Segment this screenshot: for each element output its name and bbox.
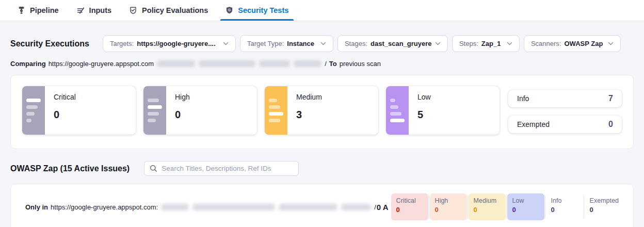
severity-count: 0 [608, 120, 613, 129]
severity-label: Medium [296, 93, 322, 101]
search-input[interactable] [162, 165, 293, 172]
dropdown-value: dast_scan_gruyere [371, 40, 432, 47]
pill-value: 0 [435, 206, 462, 214]
steps-dropdown[interactable]: Steps: Zap_1 [452, 35, 520, 52]
severity-count: 5 [417, 109, 431, 121]
medium-pill: Medium 0 [469, 193, 506, 220]
tab-policy-evaluations[interactable]: Policy Evaluations [126, 0, 211, 21]
issue-url: https://google-gruyere.appspot.com: [51, 203, 158, 211]
top-nav: Pipeline Inputs Policy Evaluations [0, 0, 644, 21]
page-title: Security Executions [10, 39, 89, 48]
severity-label: High [175, 93, 190, 101]
active-issue-count: 0 A [377, 203, 389, 212]
chevron-down-icon [223, 42, 229, 45]
severity-label: Info [517, 94, 529, 103]
dropdown-label: Target Type: [247, 40, 284, 47]
pill-value: 0 [396, 206, 423, 214]
tab-label: Inputs [89, 6, 112, 14]
dropdown-label: Steps: [459, 40, 478, 47]
tab-security-tests[interactable]: Security Tests [222, 0, 292, 21]
dropdown-value: Instance [287, 40, 314, 47]
security-tests-icon [226, 6, 233, 14]
redacted-text [157, 60, 195, 67]
severity-count: 0 [54, 109, 76, 121]
high-pill: High 0 [430, 193, 467, 220]
issues-section-title: OWASP Zap (15 Active Issues) [10, 164, 130, 173]
severity-label: Low [417, 93, 431, 101]
severity-count: 7 [608, 94, 613, 103]
issues-search[interactable] [144, 161, 299, 176]
redacted-text [260, 60, 289, 67]
low-card[interactable]: Low 5 [386, 86, 500, 135]
chevron-down-icon [435, 42, 441, 45]
chevron-down-icon [608, 42, 614, 45]
dropdown-label: Stages: [345, 40, 367, 47]
redacted-text [193, 204, 275, 210]
stages-dropdown[interactable]: Stages: dast_scan_gruyere [337, 35, 448, 52]
pill-value: 0 [590, 206, 617, 214]
severity-label: Critical [54, 93, 76, 101]
pipeline-icon [18, 6, 25, 14]
tab-pipeline[interactable]: Pipeline [14, 0, 62, 21]
pill-value: 0 [551, 206, 578, 214]
pill-label: Low [512, 197, 539, 204]
exempted-card[interactable]: Exempted 0 [508, 116, 622, 133]
divider [545, 196, 545, 218]
severity-meter-icon [143, 86, 166, 135]
low-pill: Low 0 [507, 193, 544, 220]
severity-summary-card: Critical 0 High 0 Medium 3 Low 5 [10, 75, 634, 149]
only-in-label: Only in [25, 203, 48, 211]
dropdown-label: Targets: [110, 40, 134, 47]
info-card[interactable]: Info 7 [508, 90, 622, 107]
dropdown-value: https://google-gruyere.... [137, 40, 215, 47]
pill-value: 0 [474, 206, 501, 214]
filter-row: Security Executions Targets: https://goo… [10, 35, 634, 52]
issue-group-card: Only in https://google-gruyere.appspot.c… [10, 184, 634, 227]
severity-meter-icon [386, 86, 409, 135]
severity-label: Exempted [517, 120, 550, 128]
exempted-pill: Exempted 0 [585, 193, 622, 220]
pill-label: Critical [396, 197, 423, 204]
comparing-row: Comparing https://google-gruyere.appspot… [10, 60, 634, 68]
divider [429, 196, 429, 218]
inputs-icon [76, 6, 85, 14]
dropdown-value: OWASP Zap [565, 40, 603, 47]
target-type-dropdown[interactable]: Target Type: Instance [240, 35, 333, 52]
chevron-down-icon [507, 42, 512, 45]
chevron-down-icon [320, 42, 326, 45]
redacted-text [279, 204, 337, 210]
info-pill: Info 0 [546, 193, 583, 220]
issue-group-row[interactable]: Only in https://google-gruyere.appspot.c… [25, 193, 633, 220]
policy-evaluations-icon [129, 6, 137, 14]
high-card[interactable]: High 0 [143, 86, 257, 135]
comparing-label: Comparing [10, 60, 46, 68]
targets-dropdown[interactable]: Targets: https://google-gruyere.... [103, 35, 236, 52]
to-value[interactable]: previous scan [340, 60, 381, 68]
separator: / [374, 203, 376, 211]
pill-label: High [435, 197, 462, 204]
info-exempted-column: Info 7 Exempted 0 [508, 86, 622, 138]
dropdown-label: Scanners: [531, 40, 561, 47]
severity-meter-icon [265, 86, 287, 135]
severity-count: 3 [296, 109, 322, 121]
main-content: Security Executions Targets: https://goo… [0, 35, 644, 227]
severity-pills: Critical 0 High 0 Medium 0 Low 0 [391, 193, 622, 220]
pill-value: 0 [512, 206, 539, 214]
issues-section-header: OWASP Zap (15 Active Issues) [10, 161, 634, 176]
pill-label: Exempted [590, 197, 617, 204]
tab-label: Pipeline [30, 6, 59, 14]
redacted-text [294, 60, 321, 67]
redacted-text [342, 204, 371, 210]
comparing-url: https://google-gruyere.appspot.com [49, 60, 154, 68]
search-icon [150, 165, 157, 172]
severity-meter-icon [22, 86, 45, 135]
redacted-text [162, 204, 188, 210]
scanners-dropdown[interactable]: Scanners: OWASP Zap [524, 35, 621, 52]
critical-card[interactable]: Critical 0 [22, 86, 136, 135]
critical-pill: Critical 0 [391, 193, 428, 220]
tab-inputs[interactable]: Inputs [73, 0, 115, 21]
severity-count: 0 [175, 109, 190, 121]
pill-label: Medium [474, 197, 501, 204]
divider [584, 196, 584, 218]
medium-card[interactable]: Medium 3 [265, 86, 378, 135]
